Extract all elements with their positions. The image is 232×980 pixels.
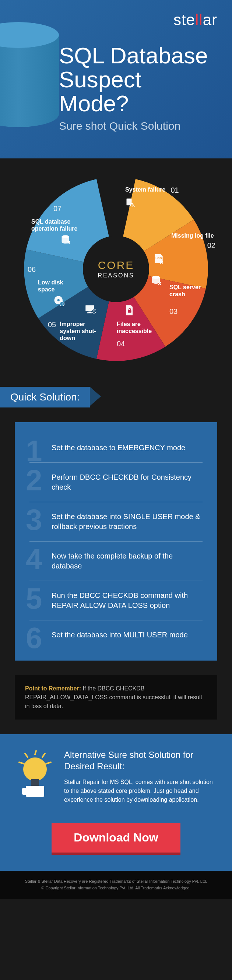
reasons-wheel: CORE REASONS System failure01 Missing lo…: [24, 177, 208, 361]
footer-line-1: Stellar & Stellar Data Recovery are Regi…: [7, 878, 225, 885]
lightbulb-icon: [15, 749, 55, 802]
quick-solution-section: Quick Solution: 1Set the database to EME…: [0, 387, 232, 734]
svg-text:!: !: [62, 302, 63, 306]
step-item: 2Perform DBCC CHECKDB for Consistency ch…: [29, 463, 203, 502]
alternative-heading: Alternative Sure shot Solution for Desir…: [64, 749, 217, 772]
svg-rect-7: [128, 310, 132, 313]
svg-rect-10: [87, 312, 92, 313]
hero-title: SQL DatabaseSuspect Mode?: [59, 43, 217, 115]
alternative-solution-section: Alternative Sure shot Solution for Desir…: [0, 734, 232, 822]
svg-rect-21: [22, 788, 27, 795]
download-section: Download Now: [0, 822, 232, 871]
step-item: 1Set the database to EMERGENCY mode: [29, 433, 203, 463]
server-warn-icon: [125, 197, 180, 209]
svg-rect-1: [127, 199, 131, 200]
alternative-content: Alternative Sure shot Solution for Desir…: [64, 749, 217, 804]
svg-rect-3: [132, 204, 133, 205]
svg-rect-2: [127, 201, 131, 202]
step-item: 6Set the database into MULTI USER mode: [29, 620, 203, 649]
step-item: 4Now take the complete backup of the dat…: [29, 542, 203, 581]
svg-rect-9: [88, 312, 91, 312]
svg-rect-4: [132, 206, 133, 207]
monitor-off-icon: [85, 304, 97, 317]
svg-point-18: [23, 757, 47, 781]
step-item: 3Set the database into SINGLE USER mode …: [29, 502, 203, 542]
segment-01: System failure01: [125, 186, 180, 209]
step-item: 5Run the DBCC CHECKDB command with REPAI…: [29, 581, 203, 620]
log-missing-icon: LOG: [153, 253, 165, 267]
file-lock-icon: [124, 304, 134, 318]
disk-low-icon: !: [53, 295, 68, 309]
core-reasons-section: CORE REASONS System failure01 Missing lo…: [0, 158, 232, 387]
footer-line-2: © Copyright Stellar Information Technolo…: [7, 885, 225, 892]
svg-rect-20: [26, 786, 44, 797]
segment-06: 06 Low disk space !: [28, 265, 68, 309]
point-to-remember: Point to Remember: If the DBCC CHECKDB R…: [15, 675, 217, 719]
quick-solution-heading: Quick Solution:: [0, 387, 90, 407]
wheel-center-title: CORE: [98, 259, 134, 272]
segment-07: 07 SQL database operation failure: [31, 204, 83, 248]
hero-subtitle: Sure shot Quick Solution: [59, 120, 217, 132]
svg-point-14: [57, 299, 60, 301]
database-cylinder-graphic: [0, 22, 59, 133]
hero-section: stellar SQL DatabaseSuspect Mode? Sure s…: [0, 0, 232, 158]
remember-label: Point to Remember:: [25, 685, 81, 692]
svg-rect-12: [94, 310, 94, 312]
steps-list: 1Set the database to EMERGENCY mode 2Per…: [15, 422, 217, 660]
segment-02: Missing log file 02 LOG: [171, 232, 215, 250]
wheel-center-sub: REASONS: [98, 272, 134, 279]
svg-rect-19: [31, 779, 39, 786]
alternative-body: Stellar Repair for MS SQL, comes with su…: [64, 778, 217, 804]
wheel-center: CORE REASONS: [83, 236, 149, 302]
segment-05: 05Improper system shut-down: [48, 321, 107, 342]
db-op-fail-icon: [61, 234, 83, 248]
segment-03: SQL server crash 03: [169, 284, 217, 316]
segment-04: Files are inaccessible 04: [117, 321, 165, 348]
footer: Stellar & Stellar Data Recovery are Regi…: [0, 871, 232, 899]
svg-text:LOG: LOG: [156, 256, 162, 260]
download-button[interactable]: Download Now: [52, 822, 180, 853]
db-crash-icon: [151, 275, 163, 289]
